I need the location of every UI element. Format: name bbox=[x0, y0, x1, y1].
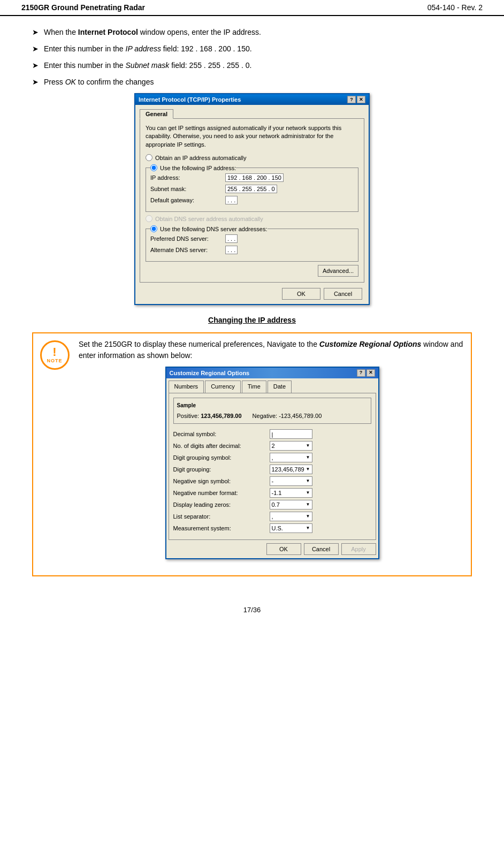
bullet-2: ➤ Enter this number in the IP address fi… bbox=[32, 43, 472, 55]
tcp-dns-legend: Use the following DNS server addresses: bbox=[150, 225, 268, 232]
reg-field-grouping: Digit grouping: 123,456,789 ▼ bbox=[173, 465, 371, 474]
note-box: ! NOTE Set the 2150GR to display these n… bbox=[32, 332, 472, 576]
chevron-down-icon-4: ▼ bbox=[306, 478, 310, 484]
reg-field-negformat: Negative number format: -1.1 ▼ bbox=[173, 488, 371, 498]
doc-title: 2150GR Ground Penetrating Radar bbox=[21, 3, 145, 12]
tcp-subnet-value: 255 . 255 . 255 . 0 bbox=[227, 186, 275, 192]
reg-digits-value: 2 bbox=[272, 442, 275, 451]
reg-tab-numbers[interactable]: Numbers bbox=[169, 381, 204, 393]
reg-measurement-dropdown[interactable]: U.S. ▼ bbox=[270, 523, 312, 533]
reg-field-negsign: Negative sign symbol: - ▼ bbox=[173, 476, 371, 486]
reg-tab-currency[interactable]: Currency bbox=[205, 381, 241, 393]
tcp-alternate-dns-value: . . . bbox=[227, 247, 235, 253]
tcp-dialog-buttons: OK Cancel bbox=[140, 288, 364, 300]
reg-groupsym-value: , bbox=[272, 453, 273, 462]
reg-digits-dropdown[interactable]: 2 ▼ bbox=[270, 441, 312, 451]
reg-apply-button[interactable]: Apply bbox=[341, 543, 376, 555]
help-button[interactable]: ? bbox=[347, 96, 356, 103]
reg-tab-date[interactable]: Date bbox=[268, 381, 292, 393]
tcp-alternate-dns-label: Alternate DNS server: bbox=[150, 247, 225, 253]
radio-auto-dns[interactable] bbox=[146, 215, 152, 222]
reg-sample-row: Positive: 123,456,789.00 Negative: -123,… bbox=[177, 412, 368, 421]
reg-buttons: OK Cancel Apply bbox=[166, 540, 378, 558]
tcp-tab-bar: General bbox=[140, 109, 364, 119]
tcp-gateway-label: Default gateway: bbox=[150, 197, 225, 203]
tcp-body: General You can get IP settings assigned… bbox=[135, 105, 369, 304]
tcp-ok-button[interactable]: OK bbox=[282, 288, 320, 300]
radio-auto-dns-label: Obtain DNS server address automatically bbox=[155, 216, 263, 222]
page-footer: 17/36 bbox=[0, 598, 504, 619]
radio-manual-ip[interactable] bbox=[150, 164, 157, 171]
reg-negformat-dropdown[interactable]: -1.1 ▼ bbox=[270, 488, 312, 498]
tcp-info-text: You can get IP settings assigned automat… bbox=[146, 124, 358, 149]
reg-dialog: Customize Regional Options ? ✕ Numbers C… bbox=[165, 367, 379, 559]
tcp-subnet-input[interactable]: 255 . 255 . 255 . 0 bbox=[225, 185, 277, 193]
chevron-down-icon-6: ▼ bbox=[306, 501, 310, 508]
reg-groupsym-label: Digit grouping symbol: bbox=[173, 453, 270, 462]
tcp-titlebar: Internet Protocol (TCP/IP) Properties ? … bbox=[135, 94, 369, 105]
reg-listsep-dropdown[interactable]: , ▼ bbox=[270, 512, 312, 521]
reg-tab-bar: Numbers Currency Time Date bbox=[166, 378, 378, 393]
tcp-alternate-dns-input[interactable]: . . . bbox=[225, 246, 238, 254]
tcp-ip-legend: Use the following IP address: bbox=[150, 164, 236, 171]
tcp-radio-auto[interactable]: Obtain an IP address automatically bbox=[146, 154, 358, 161]
reg-field-leadzeros: Display leading zeros: 0.7 ▼ bbox=[173, 500, 371, 509]
reg-leadzeros-value: 0.7 bbox=[272, 500, 280, 509]
reg-leadzeros-dropdown[interactable]: 0.7 ▼ bbox=[270, 500, 312, 509]
reg-help-button[interactable]: ? bbox=[357, 369, 365, 377]
tcp-ip-input[interactable]: 192 . 168 . 200 . 150 bbox=[225, 173, 284, 182]
tcp-title: Internet Protocol (TCP/IP) Properties bbox=[139, 96, 241, 103]
reg-decimal-input-wrap: | bbox=[270, 429, 371, 439]
close-button[interactable]: ✕ bbox=[357, 96, 365, 103]
tcp-tab-general[interactable]: General bbox=[140, 109, 173, 119]
tcp-dns-radio-manual[interactable]: Use the following DNS server addresses: bbox=[150, 225, 268, 232]
reg-grouping-dropdown[interactable]: 123,456,789 ▼ bbox=[270, 465, 312, 474]
tcp-preferred-dns-label: Preferred DNS server: bbox=[150, 235, 225, 242]
radio-auto-ip-label: Obtain an IP address automatically bbox=[155, 155, 246, 161]
reg-positive-value: 123,456,789.00 bbox=[201, 413, 241, 419]
reg-field-measurement: Measurement system: U.S. ▼ bbox=[173, 523, 371, 533]
tcp-dns-radio-auto[interactable]: Obtain DNS server address automatically bbox=[146, 215, 358, 222]
bullet-4-text: Press OK to confirm the changes bbox=[44, 77, 154, 88]
radio-manual-dns[interactable] bbox=[150, 225, 157, 232]
reg-groupsym-input-wrap: , ▼ bbox=[270, 453, 371, 462]
reg-title: Customize Regional Options bbox=[170, 369, 250, 378]
tcp-preferred-dns-row: Preferred DNS server: . . . bbox=[150, 234, 354, 243]
radio-manual-ip-label: Use the following IP address: bbox=[160, 165, 236, 171]
bullet-1-text: When the Internet Protocol window opens,… bbox=[44, 27, 261, 38]
chevron-down-icon-7: ▼ bbox=[306, 513, 310, 520]
reg-close-button[interactable]: ✕ bbox=[366, 369, 375, 377]
tcp-preferred-dns-value: . . . bbox=[227, 235, 235, 242]
tcp-advanced-button[interactable]: Advanced... bbox=[318, 265, 358, 277]
reg-cancel-button[interactable]: Cancel bbox=[304, 543, 339, 555]
tcp-radio-manual[interactable]: Use the following IP address: bbox=[150, 164, 236, 171]
reg-dialog-screenshot: Customize Regional Options ? ✕ Numbers C… bbox=[79, 367, 465, 559]
reg-titlebar-buttons: ? ✕ bbox=[357, 369, 375, 377]
reg-tab-time[interactable]: Time bbox=[242, 381, 266, 393]
reg-field-groupsym: Digit grouping symbol: , ▼ bbox=[173, 453, 371, 462]
radio-auto-ip[interactable] bbox=[146, 154, 152, 161]
reg-digits-input-wrap: 2 ▼ bbox=[270, 441, 371, 451]
reg-field-listsep: List separator: , ▼ bbox=[173, 512, 371, 521]
tcp-preferred-dns-input[interactable]: . . . bbox=[225, 234, 238, 243]
reg-panel: Sample Positive: 123,456,789.00 Negative… bbox=[169, 393, 376, 541]
tcp-dialog: Internet Protocol (TCP/IP) Properties ? … bbox=[134, 93, 370, 305]
reg-negsign-value: - bbox=[272, 477, 274, 486]
reg-negsign-dropdown[interactable]: - ▼ bbox=[270, 476, 312, 486]
reg-leadzeros-input-wrap: 0.7 ▼ bbox=[270, 500, 371, 509]
reg-sample-box: Sample Positive: 123,456,789.00 Negative… bbox=[173, 398, 371, 424]
bullet-arrow-3: ➤ bbox=[32, 60, 39, 71]
reg-grouping-input-wrap: 123,456,789 ▼ bbox=[270, 465, 371, 474]
reg-grouping-label: Digit grouping: bbox=[173, 465, 270, 474]
tcp-cancel-button[interactable]: Cancel bbox=[324, 288, 362, 300]
note-content: Set the 2150GR to display these numerica… bbox=[76, 333, 471, 575]
reg-decimal-input[interactable]: | bbox=[270, 429, 312, 439]
reg-digits-label: No. of digits after decimal: bbox=[173, 442, 270, 451]
reg-groupsym-dropdown[interactable]: , ▼ bbox=[270, 453, 312, 462]
chevron-down-icon-5: ▼ bbox=[306, 490, 310, 496]
reg-ok-button[interactable]: OK bbox=[266, 543, 301, 555]
tcp-titlebar-buttons: ? ✕ bbox=[347, 96, 365, 103]
tcp-ip-value: 192 . 168 . 200 . 150 bbox=[227, 174, 281, 181]
tcp-gateway-input[interactable]: . . . bbox=[225, 196, 238, 204]
reg-measurement-label: Measurement system: bbox=[173, 524, 270, 533]
